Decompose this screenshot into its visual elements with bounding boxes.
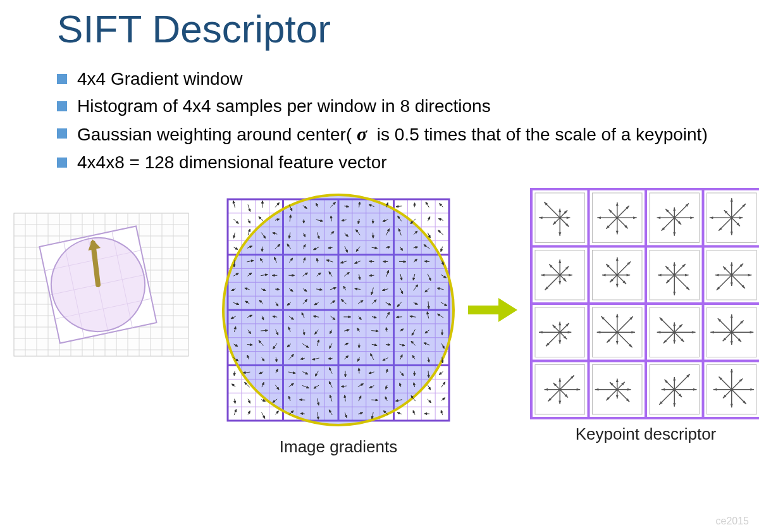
slide-title: SIFT Descriptor	[57, 6, 740, 51]
watermark-text: ce2015	[716, 516, 750, 527]
figure-keypoint-patch	[13, 212, 190, 357]
figure-image-gradients: Image gradients	[215, 187, 462, 457]
arrow-right-icon	[468, 294, 519, 326]
keypoint-descriptor-icon	[529, 187, 759, 421]
svg-marker-592	[468, 298, 517, 322]
bullet-square-icon	[57, 128, 67, 139]
bullet-item: Histogram of 4x4 samples per window in 8…	[57, 94, 740, 118]
slide: SIFT Descriptor 4x4 Gradient window Hist…	[0, 0, 759, 532]
sigma-symbol: σ	[357, 123, 367, 144]
bullet-list: 4x4 Gradient window Histogram of 4x4 sam…	[57, 66, 740, 175]
bullet-item: 4x4 Gradient window	[57, 66, 740, 91]
bullet-square-icon	[57, 101, 67, 111]
figure-label-gradients: Image gradients	[215, 437, 462, 457]
transform-arrow	[468, 294, 519, 326]
bullet-item: Gaussian weighting around center( σ is 0…	[57, 121, 740, 147]
keypoint-patch-icon	[13, 212, 190, 357]
bullet-item: 4x4x8 = 128 dimensional feature vector	[57, 150, 740, 175]
image-gradients-icon	[215, 187, 462, 433]
bullet-text: Gaussian weighting around center( σ is 0…	[77, 121, 740, 147]
bullet-text: 4x4 Gradient window	[77, 66, 740, 91]
bullet-square-icon	[57, 158, 67, 168]
svg-point-79	[223, 195, 454, 425]
figure-keypoint-descriptor: Keypoint descriptor	[529, 187, 759, 444]
bullet-text: 4x4x8 = 128 dimensional feature vector	[77, 150, 740, 175]
bullet-text: Histogram of 4x4 samples per window in 8…	[77, 94, 740, 118]
bullet-square-icon	[57, 74, 67, 84]
figure-row: Image gradients Keypoint descriptor	[13, 187, 759, 457]
figure-label-descriptor: Keypoint descriptor	[529, 424, 759, 444]
